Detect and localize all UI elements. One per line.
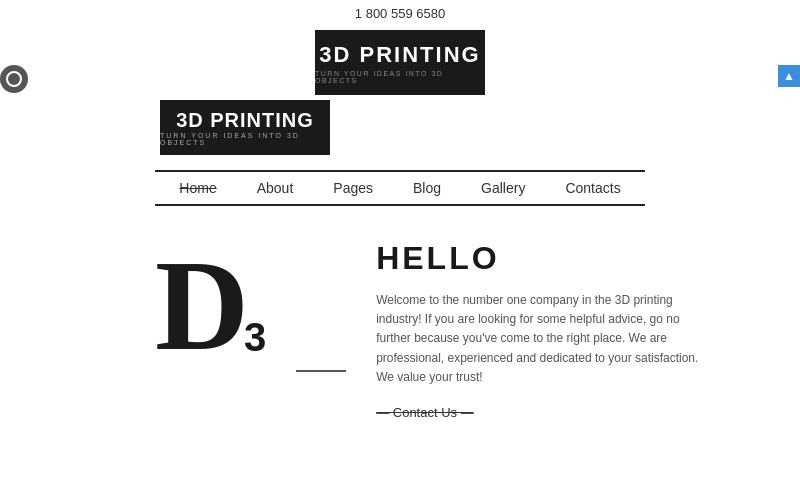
header-brand-subtitle: TURN YOUR IDEAS INTO 3D OBJECTS (315, 70, 485, 84)
logo-brand-subtitle: TURN YOUR IDEAS INTO 3D OBJECTS (160, 132, 330, 146)
nav-item-about[interactable]: About (257, 180, 294, 196)
nav-item-gallery[interactable]: Gallery (481, 180, 525, 196)
logo-brand-title: 3D PRINTING (176, 109, 314, 132)
hero-title: HELLO (376, 240, 700, 277)
logo-left: 3D PRINTING TURN YOUR IDEAS INTO 3D OBJE… (160, 100, 330, 155)
nav-item-blog[interactable]: Blog (413, 180, 441, 196)
nav-item-home[interactable]: Home (179, 180, 216, 196)
header-brand-title: 3D PRINTING (319, 42, 480, 68)
nav-bar: Home About Pages Blog Gallery Contacts (155, 170, 645, 206)
hero-number: 3 (244, 315, 266, 360)
top-bar: 1 800 559 6580 (0, 0, 800, 27)
hero-text-content: HELLO Welcome to the number one company … (376, 240, 700, 421)
hero-body: Welcome to the number one company in the… (376, 291, 700, 387)
hero-section: D 3 HELLO Welcome to the number one comp… (155, 240, 700, 421)
phone-number: 1 800 559 6580 (355, 6, 445, 21)
contact-us-link[interactable]: — Contact Us — (376, 405, 474, 420)
hero-letter: D (155, 240, 249, 370)
side-icon-left[interactable] (0, 65, 28, 93)
dash-divider (296, 370, 346, 372)
nav-item-pages[interactable]: Pages (333, 180, 373, 196)
arrow-icon: ▲ (783, 69, 795, 83)
header-banner: 3D PRINTING TURN YOUR IDEAS INTO 3D OBJE… (315, 30, 485, 95)
side-icon-inner (6, 71, 22, 87)
right-icon[interactable]: ▲ (778, 65, 800, 87)
nav-item-contacts[interactable]: Contacts (565, 180, 620, 196)
